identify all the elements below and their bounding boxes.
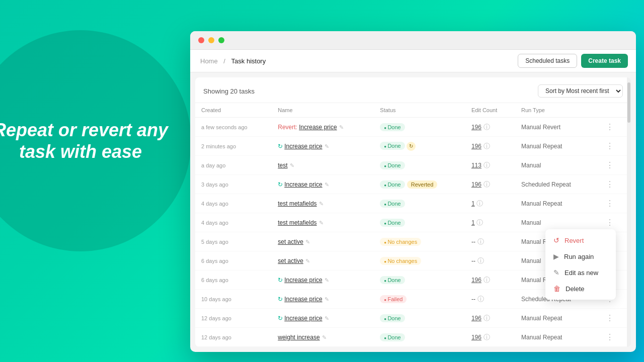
cell-edit-count: 1 ⓘ — [465, 213, 515, 232]
info-icon[interactable]: ⓘ — [475, 295, 484, 303]
cell-actions: ⋮ — [597, 137, 631, 156]
cell-name: test✎ — [272, 156, 374, 175]
edit-count-value[interactable]: 196 — [471, 277, 481, 284]
info-icon[interactable]: ⓘ — [481, 333, 490, 341]
info-icon[interactable]: ⓘ — [475, 238, 484, 245]
task-name-link[interactable]: Increase price — [284, 143, 322, 150]
menu-item-run-again[interactable]: ▶ Run again — [545, 248, 616, 264]
revert-icon: ↺ — [553, 236, 559, 244]
breadcrumb-separator: / — [223, 57, 225, 65]
cell-created: 12 days ago — [195, 328, 272, 347]
cell-edit-count: 113 ⓘ — [465, 156, 515, 175]
table-header: Showing 20 tasks Sort by Most recent fir… — [195, 77, 631, 103]
menu-item-revert[interactable]: ↺ Revert — [545, 232, 616, 248]
row-action-button[interactable]: ⋮ — [603, 159, 617, 171]
edit-count-value[interactable]: 113 — [471, 162, 481, 169]
task-prefix: Revert: — [278, 124, 299, 131]
content-area: Showing 20 tasks Sort by Most recent fir… — [195, 77, 631, 347]
edit-name-icon[interactable]: ✎ — [319, 220, 324, 226]
edit-name-icon[interactable]: ✎ — [305, 239, 310, 245]
task-name-link[interactable]: test metafields — [278, 219, 316, 226]
scheduled-tasks-button[interactable]: Scheduled tasks — [518, 54, 577, 68]
row-action-button[interactable]: ⋮ — [603, 198, 617, 209]
info-icon[interactable]: ⓘ — [481, 123, 490, 131]
cell-edit-count: 196 ⓘ — [465, 328, 515, 347]
task-name-link[interactable]: test metafields — [278, 200, 316, 207]
task-name-link[interactable]: Increase price — [284, 315, 322, 322]
status-badge: Done — [380, 276, 405, 284]
edit-name-icon[interactable]: ✎ — [325, 143, 329, 150]
close-button[interactable] — [198, 37, 204, 43]
row-action-button[interactable]: ⋮ — [603, 331, 617, 343]
task-name-link[interactable]: Increase price — [299, 124, 337, 131]
task-name-link[interactable]: Increase price — [284, 296, 322, 303]
menu-item-edit-as-new[interactable]: ✎ Edit as new — [545, 264, 616, 281]
scrollbar-thumb[interactable] — [627, 82, 630, 123]
breadcrumb-home[interactable]: Home — [200, 57, 218, 65]
cell-edit-count: 196 ⓘ — [465, 175, 515, 194]
cell-status: Done — [374, 328, 465, 347]
edit-count-value[interactable]: 1 — [471, 219, 475, 226]
titlebar — [190, 31, 636, 50]
edit-name-icon[interactable]: ✎ — [319, 201, 324, 207]
table-row: 4 days agotest metafields✎Done1 ⓘManual … — [195, 194, 631, 213]
info-icon[interactable]: ⓘ — [475, 219, 484, 226]
edit-count-value[interactable]: 1 — [471, 200, 475, 207]
cell-edit-count: -- ⓘ — [465, 290, 515, 309]
task-name-link[interactable]: Increase price — [284, 181, 322, 188]
task-name-link[interactable]: set active — [278, 238, 303, 245]
cell-edit-count: -- ⓘ — [465, 347, 515, 347]
maximize-button[interactable] — [218, 37, 224, 43]
task-name-link[interactable]: test — [278, 162, 287, 169]
edit-count-value[interactable]: 196 — [471, 334, 481, 341]
edit-name-icon[interactable]: ✎ — [325, 296, 329, 303]
cell-edit-count: 1 ⓘ — [465, 194, 515, 213]
info-icon[interactable]: ⓘ — [481, 276, 490, 284]
info-icon[interactable]: ⓘ — [481, 161, 490, 169]
menu-item-delete[interactable]: 🗑 Delete — [545, 281, 616, 297]
col-name: Name — [272, 103, 374, 118]
table-row: a few seconds agoRevert: Increase price✎… — [195, 118, 631, 137]
menu-label-revert: Revert — [565, 237, 584, 244]
col-created: Created — [195, 103, 272, 118]
edit-name-icon[interactable]: ✎ — [325, 277, 329, 284]
cell-created: 10 days ago — [195, 290, 272, 309]
row-action-button[interactable]: ⋮ — [603, 217, 617, 228]
cell-run-type: Manual Repeat — [515, 328, 596, 347]
info-icon[interactable]: ⓘ — [475, 200, 484, 207]
cell-actions: ⋮ — [597, 194, 631, 213]
sort-select[interactable]: Sort by Most recent first Sort by Oldest… — [538, 84, 623, 98]
status-badge: Failed — [380, 295, 407, 303]
status-badge: Done — [380, 219, 405, 227]
cell-name: test metafields✎ — [272, 194, 374, 213]
scrollbar[interactable] — [627, 77, 631, 347]
edit-name-icon[interactable]: ✎ — [325, 182, 329, 188]
task-name-link[interactable]: Increase price — [284, 277, 322, 284]
row-action-button[interactable]: ⋮ — [603, 312, 617, 324]
task-name-link[interactable]: set active — [278, 257, 303, 264]
edit-name-icon[interactable]: ✎ — [290, 162, 294, 169]
cell-name: weight increase✎ — [272, 328, 374, 347]
edit-count-value[interactable]: 196 — [471, 181, 481, 188]
info-icon[interactable]: ⓘ — [481, 142, 490, 150]
row-action-button[interactable]: ⋮ — [603, 121, 617, 133]
cell-created: 12 days ago — [195, 309, 272, 328]
edit-count-value[interactable]: 196 — [471, 315, 481, 322]
edit-count-value[interactable]: 196 — [471, 124, 481, 131]
task-name-link[interactable]: weight increase — [278, 334, 319, 341]
info-icon[interactable]: ⓘ — [481, 314, 490, 322]
minimize-button[interactable] — [208, 37, 214, 43]
edit-name-icon[interactable]: ✎ — [339, 124, 344, 131]
edit-name-icon[interactable]: ✎ — [305, 258, 310, 264]
edit-count-value[interactable]: 196 — [471, 143, 481, 150]
nav-bar: Home / Task history Scheduled tasks Crea… — [190, 50, 636, 72]
menu-label-edit-as-new: Edit as new — [565, 269, 598, 277]
info-icon[interactable]: ⓘ — [481, 180, 490, 188]
edit-name-icon[interactable]: ✎ — [325, 315, 329, 322]
cell-status: No changes — [374, 251, 465, 270]
info-icon[interactable]: ⓘ — [475, 257, 484, 264]
edit-name-icon[interactable]: ✎ — [322, 334, 327, 341]
create-task-button[interactable]: Create task — [581, 54, 628, 68]
row-action-button[interactable]: ⋮ — [603, 178, 617, 190]
row-action-button[interactable]: ⋮ — [603, 140, 617, 152]
